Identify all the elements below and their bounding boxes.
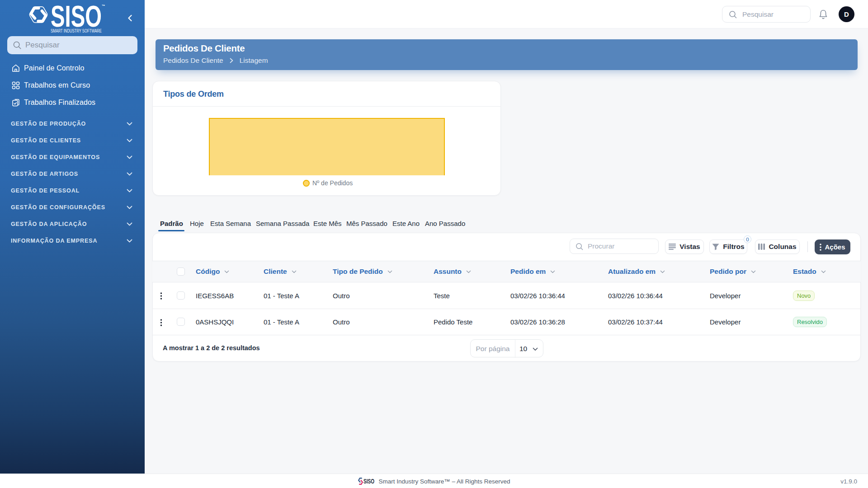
svg-text:SMART INDUSTRY SOFTWARE: SMART INDUSTRY SOFTWARE: [51, 28, 102, 33]
svg-text:™: ™: [102, 4, 105, 8]
svg-text:SISO: SISO: [363, 477, 374, 485]
